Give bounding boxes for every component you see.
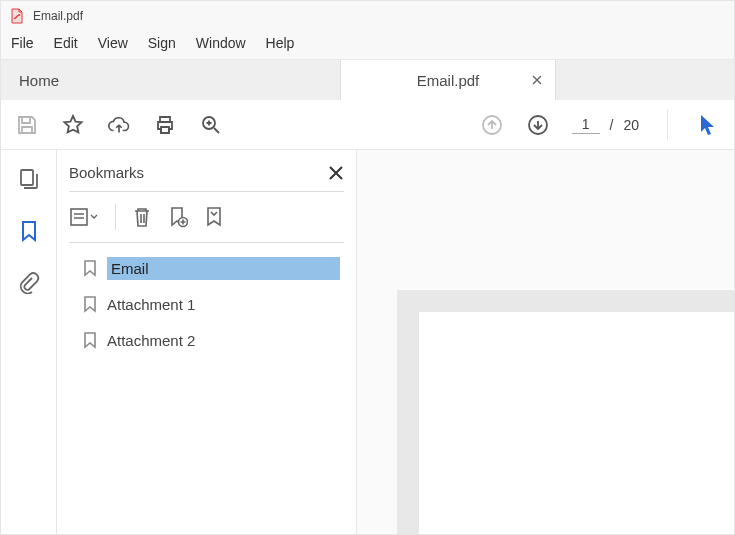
thumbnails-icon[interactable] <box>18 168 40 190</box>
page-total: 20 <box>623 117 639 133</box>
svg-rect-3 <box>21 170 33 185</box>
window-title: Email.pdf <box>33 9 83 23</box>
panel-close-icon[interactable] <box>328 165 344 181</box>
panel-header: Bookmarks <box>69 162 344 192</box>
tab-document-label: Email.pdf <box>417 72 480 89</box>
document-page <box>419 312 734 534</box>
page-down-icon[interactable] <box>526 113 550 137</box>
bookmarks-panel: Bookmarks Ema <box>57 150 357 534</box>
page-separator: / <box>610 117 614 133</box>
svg-rect-4 <box>71 209 87 225</box>
title-bar: Email.pdf <box>1 1 734 31</box>
tab-home[interactable]: Home <box>1 60 341 100</box>
page-up-icon[interactable] <box>480 113 504 137</box>
menu-view[interactable]: View <box>98 35 128 51</box>
nav-pane <box>1 150 57 534</box>
page-current-input[interactable] <box>572 115 600 134</box>
menu-sign[interactable]: Sign <box>148 35 176 51</box>
tab-home-label: Home <box>19 72 59 89</box>
bookmark-item-label: Email <box>107 257 340 280</box>
bookmark-item-label: Attachment 2 <box>107 332 195 349</box>
toolbar-divider <box>667 110 668 140</box>
tab-document[interactable]: Email.pdf <box>341 60 556 100</box>
content-area: Bookmarks Ema <box>1 150 734 534</box>
menu-edit[interactable]: Edit <box>54 35 78 51</box>
expand-bookmark-icon[interactable] <box>204 206 224 228</box>
save-icon[interactable] <box>15 113 39 137</box>
add-bookmark-icon[interactable] <box>168 206 188 228</box>
page-container <box>397 290 734 534</box>
bookmark-list: Email Attachment 1 Attachment 2 <box>69 253 344 355</box>
page-indicator: / 20 <box>572 115 639 134</box>
panel-tools <box>69 200 344 243</box>
bookmark-item-icon <box>81 331 99 349</box>
attachments-icon[interactable] <box>18 272 40 294</box>
print-icon[interactable] <box>153 113 177 137</box>
bookmark-item-label: Attachment 1 <box>107 296 195 313</box>
delete-bookmark-icon[interactable] <box>132 206 152 228</box>
search-icon[interactable] <box>199 113 223 137</box>
menu-window[interactable]: Window <box>196 35 246 51</box>
menu-help[interactable]: Help <box>266 35 295 51</box>
bookmark-item[interactable]: Email <box>77 253 344 283</box>
tab-close-button[interactable] <box>531 74 543 86</box>
panel-title: Bookmarks <box>69 164 144 181</box>
bookmark-item-icon <box>81 259 99 277</box>
tab-strip: Home Email.pdf <box>1 60 734 100</box>
star-icon[interactable] <box>61 113 85 137</box>
menu-file[interactable]: File <box>11 35 34 51</box>
bookmarks-icon[interactable] <box>18 220 40 242</box>
options-dropdown-icon[interactable] <box>69 206 99 228</box>
bookmark-item[interactable]: Attachment 1 <box>77 289 344 319</box>
bookmark-item[interactable]: Attachment 2 <box>77 325 344 355</box>
menu-bar: File Edit View Sign Window Help <box>1 31 734 60</box>
tools-separator <box>115 204 116 230</box>
toolbar: / 20 <box>1 100 734 150</box>
cloud-upload-icon[interactable] <box>107 113 131 137</box>
bookmark-item-icon <box>81 295 99 313</box>
document-view[interactable] <box>357 150 734 534</box>
pointer-icon[interactable] <box>696 113 720 137</box>
pdf-app-icon <box>9 8 25 24</box>
